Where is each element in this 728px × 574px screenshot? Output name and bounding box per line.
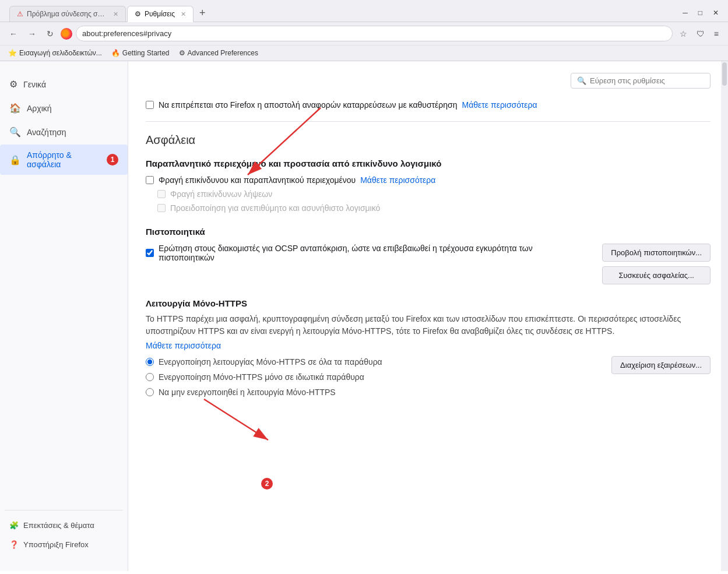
browser-window: ⚠ Πρόβλημα σύνδεσης στο bour... ✕ ⚙ Ρυθμ… — [0, 0, 728, 574]
nav-bar: ← → ↻ ☆ 🛡 ≡ — [0, 22, 728, 45]
search-icon: 🔍 — [9, 126, 21, 138]
ocsp-label: Ερώτηση στους διακομιστές για OCSP ανταπ… — [159, 244, 590, 262]
crash-report-learn-more-link[interactable]: Μάθετε περισσότερα — [462, 100, 537, 110]
sidebar-item-search-label: Αναζήτηση — [27, 128, 66, 137]
bookmark-advanced-prefs[interactable]: ⚙ Advanced Preferences — [177, 48, 261, 58]
warn-unwanted-checkbox[interactable] — [157, 204, 166, 212]
manage-exceptions-button[interactable]: Διαχείριση εξαιρέσεων... — [611, 356, 711, 374]
block-downloads-row: Φραγή επικίνδυνων λήψεων — [157, 189, 711, 199]
block-dangerous-checkbox[interactable] — [146, 176, 154, 184]
firefox-logo — [61, 28, 72, 40]
sidebar-item-privacy[interactable]: 🔒 Απόρρητο & ασφάλεια 1 — [0, 145, 128, 175]
badge-2-container: 2 — [261, 478, 273, 490]
cert-buttons: Προβολή πιστοποιητικών... Συσκευές ασφαλ… — [602, 244, 711, 284]
scrollbar-track[interactable] — [721, 61, 728, 571]
bookmark-getting-started[interactable]: 🔥 Getting Started — [109, 48, 172, 58]
tab-problem[interactable]: ⚠ Πρόβλημα σύνδεσης στο bour... ✕ — [9, 6, 126, 22]
sidebar-item-support-label: Υποστήριξη Firefox — [23, 540, 89, 549]
bookmark-firefox-icon: 🔥 — [111, 49, 120, 57]
forward-button[interactable]: → — [24, 27, 40, 41]
sidebar-bottom: 🧩 Επεκτάσεις & θέματα ❓ Υποστήριξη Firef… — [5, 510, 123, 559]
deceptive-title: Παραπλανητικό περιεχόμενο και προστασία … — [146, 159, 711, 168]
tab-bar: ⚠ Πρόβλημα σύνδεσης στο bour... ✕ ⚙ Ρυθμ… — [5, 5, 676, 22]
support-icon: ❓ — [9, 540, 19, 549]
app-container: ⚙ Γενικά 🏠 Αρχική 🔍 Αναζήτηση 🔒 Απόρρητο… — [0, 61, 728, 571]
https-learn-more-link[interactable]: Μάθετε περισσότερα — [146, 341, 221, 350]
tab-close-2[interactable]: ✕ — [181, 10, 186, 18]
cert-text: Ερώτηση στους διακομιστές για OCSP ανταπ… — [146, 244, 590, 267]
browser-chrome: ⚠ Πρόβλημα σύνδεσης στο bour... ✕ ⚙ Ρυθμ… — [0, 0, 728, 61]
https-title: Λειτουργία Μόνο-HTTPS — [146, 298, 711, 308]
deceptive-subsection: Παραπλανητικό περιεχόμενο και προστασία … — [146, 159, 711, 213]
new-tab-button[interactable]: + — [195, 5, 210, 22]
badge-1: 1 — [107, 154, 118, 165]
block-dangerous-row: Φραγή επικίνδυνου και παραπλανητικού περ… — [146, 175, 711, 185]
sidebar-item-support[interactable]: ❓ Υποστήριξη Firefox — [5, 536, 123, 554]
lock-icon: 🔒 — [9, 154, 21, 165]
security-devices-button[interactable]: Συσκευές ασφαλείας... — [602, 266, 711, 284]
tab-close-1[interactable]: ✕ — [113, 10, 118, 18]
nav-icons: ☆ 🛡 ≡ — [676, 27, 722, 41]
extensions-button[interactable]: 🛡 — [693, 27, 708, 41]
crash-report-checkbox[interactable] — [146, 101, 154, 109]
section-divider-1 — [146, 121, 711, 122]
crash-report-label: Να επιτρέπεται στο Firefox η αποστολή αν… — [159, 100, 458, 110]
warn-unwanted-label: Προειδοποίηση για ανεπιθύμητο και ασυνήθ… — [170, 203, 380, 213]
refresh-button[interactable]: ↻ — [43, 27, 57, 41]
sidebar-item-privacy-label: Απόρρητο & ασφάλεια — [27, 150, 99, 169]
https-section: Λειτουργία Μόνο-HTTPS Το HTTPS παρέχει μ… — [146, 298, 711, 403]
minimize-button[interactable]: ─ — [678, 6, 692, 19]
search-input[interactable] — [590, 76, 704, 85]
https-option3-row: Να μην ενεργοποιηθεί η λειτουργία Μόνο-H… — [146, 388, 606, 397]
search-icon-small: 🔍 — [577, 76, 586, 85]
bookmark-getting-started-label: Getting Started — [122, 49, 170, 57]
warn-unwanted-row: Προειδοποίηση για ανεπιθύμητο και ασυνήθ… — [157, 203, 711, 213]
sidebar-item-home[interactable]: 🏠 Αρχική — [0, 97, 128, 119]
ocsp-checkbox[interactable] — [146, 249, 154, 257]
search-bar: 🔍 — [571, 73, 711, 89]
menu-button[interactable]: ≡ — [711, 27, 722, 41]
https-option2-radio[interactable] — [146, 373, 154, 381]
close-button[interactable]: ✕ — [708, 6, 723, 19]
ocsp-row: Ερώτηση στους διακομιστές για OCSP ανταπ… — [146, 244, 590, 262]
security-section: Ασφάλεια Παραπλανητικό περιεχόμενο και π… — [146, 133, 711, 403]
title-bar: ⚠ Πρόβλημα σύνδεσης στο bour... ✕ ⚙ Ρυθμ… — [0, 0, 728, 22]
security-title: Ασφάλεια — [146, 133, 711, 147]
https-option1-radio[interactable] — [146, 358, 154, 366]
extensions-icon: 🧩 — [9, 521, 19, 530]
block-dangerous-learn-more[interactable]: Μάθετε περισσότερα — [360, 175, 435, 185]
back-button[interactable]: ← — [6, 27, 21, 41]
sidebar-main: ⚙ Γενικά 🏠 Αρχική 🔍 Αναζήτηση 🔒 Απόρρητο… — [0, 73, 128, 175]
bookmarks-bar: ⭐ Εισαγωγή σελιδοδεικτών... 🔥 Getting St… — [0, 45, 728, 61]
block-downloads-label: Φραγή επικίνδυνων λήψεων — [170, 189, 272, 199]
bookmark-import-icon: ⭐ — [8, 49, 17, 57]
gear-icon: ⚙ — [9, 79, 17, 90]
scrollbar-thumb[interactable] — [722, 62, 727, 86]
bookmark-import[interactable]: ⭐ Εισαγωγή σελιδοδεικτών... — [6, 48, 104, 58]
block-downloads-checkbox[interactable] — [157, 190, 166, 198]
block-dangerous-label: Φραγή επικίνδυνου και παραπλανητικού περ… — [159, 175, 356, 185]
https-description: Το HTTPS παρέχει μια ασφαλή, κρυπτογραφη… — [146, 313, 711, 337]
search-bar-container: 🔍 — [146, 73, 711, 89]
tab-settings-icon: ⚙ — [135, 10, 141, 18]
https-option3-label: Να μην ενεργοποιηθεί η λειτουργία Μόνο-H… — [159, 388, 336, 397]
tab-settings-label: Ρυθμίσεις — [145, 10, 175, 18]
maximize-button[interactable]: □ — [694, 6, 707, 19]
url-bar[interactable] — [76, 26, 673, 41]
crash-report-row: Να επιτρέπεται στο Firefox η αποστολή αν… — [146, 100, 711, 110]
tab-warning-icon: ⚠ — [17, 10, 23, 18]
sidebar-item-extensions-label: Επεκτάσεις & θέματα — [23, 521, 94, 530]
tab-settings[interactable]: ⚙ Ρυθμίσεις ✕ — [127, 6, 194, 22]
https-option1-row: Ενεργοποίηση λειτουργίας Μόνο-HTTPS σε ό… — [146, 357, 606, 367]
sidebar-item-general[interactable]: ⚙ Γενικά — [0, 73, 128, 96]
view-certs-button[interactable]: Προβολή πιστοποιητικών... — [602, 244, 711, 262]
sidebar: ⚙ Γενικά 🏠 Αρχική 🔍 Αναζήτηση 🔒 Απόρρητο… — [0, 61, 128, 571]
sidebar-item-extensions[interactable]: 🧩 Επεκτάσεις & θέματα — [5, 516, 123, 534]
https-option2-label: Ενεργοποίηση Μόνο-HTTPS μόνο σε ιδιωτικά… — [159, 372, 364, 382]
sidebar-item-search[interactable]: 🔍 Αναζήτηση — [0, 121, 128, 143]
certificates-title: Πιστοποιητικά — [146, 227, 711, 237]
tab-label: Πρόβλημα σύνδεσης στο bour... — [27, 10, 107, 18]
bookmark-gear-icon: ⚙ — [179, 49, 185, 57]
https-option3-radio[interactable] — [146, 388, 154, 396]
bookmark-star-button[interactable]: ☆ — [676, 27, 691, 41]
